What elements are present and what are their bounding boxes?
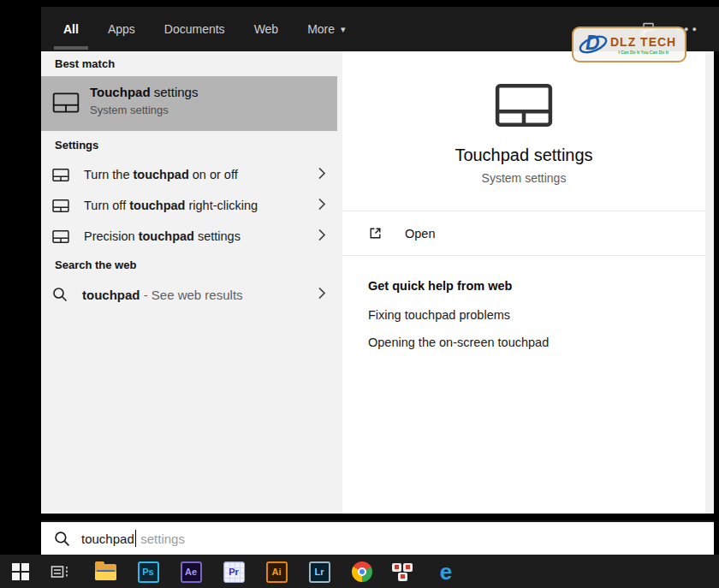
label-match: touchpad: [139, 229, 194, 243]
task-view-button[interactable]: [49, 561, 71, 583]
result-text-block: Touchpad settings System settings: [90, 85, 198, 116]
photoshop-button[interactable]: Ps: [137, 561, 159, 583]
tab-label: All: [63, 22, 79, 36]
lightroom-button[interactable]: Lr: [308, 561, 330, 583]
brand-tagline: I Can Do It You Can Do It: [618, 50, 668, 55]
illustrator-button[interactable]: Ai: [265, 561, 288, 583]
file-explorer-icon: [95, 564, 116, 580]
open-external-icon: [368, 226, 383, 241]
label-pre: Precision: [84, 229, 139, 243]
preview-panel: Touchpad settings System settings Open G…: [342, 51, 705, 514]
photoshop-icon: Ps: [138, 561, 159, 583]
label-post: on or off: [189, 168, 238, 181]
task-view-icon: [51, 564, 69, 579]
start-button[interactable]: [9, 561, 32, 583]
tab-label: More: [307, 22, 335, 36]
lightroom-icon: Lr: [309, 561, 330, 583]
open-action[interactable]: Open: [342, 211, 705, 255]
keyboard-app-button[interactable]: [392, 561, 414, 583]
taskbar: Ps Ae Pr Ai Lr e: [0, 555, 719, 588]
chevron-right-icon: [318, 287, 326, 303]
result-precision-touchpad-settings[interactable]: Precision touchpad settings: [41, 221, 337, 252]
tab-more[interactable]: More ▾: [307, 22, 345, 36]
result-title-match: Touchpad: [90, 85, 151, 99]
label-post: settings: [194, 229, 241, 243]
section-header-settings: Settings: [55, 139, 98, 151]
dlz-tech-watermark: D DLZ TECH I Can Do It You Can Do It: [572, 27, 686, 62]
chevron-down-icon: ▾: [341, 24, 346, 35]
search-suggestion: settings: [140, 532, 185, 546]
section-header-search-the-web: Search the web: [55, 258, 136, 271]
chevron-right-icon: [318, 167, 326, 183]
preview-title: Touchpad settings: [342, 146, 705, 165]
label-post: - See web results: [140, 288, 243, 302]
touchpad-icon: [52, 230, 69, 243]
premiere-button[interactable]: Pr: [223, 561, 245, 583]
tab-all[interactable]: All: [63, 22, 79, 36]
windows-search-flyout: All Apps Documents Web More ▾: [0, 0, 719, 588]
search-value: touchpad: [81, 532, 134, 546]
search-filter-tabs: All Apps Documents Web More ▾: [63, 7, 346, 51]
tab-apps[interactable]: Apps: [108, 22, 135, 36]
dlz-logo-icon: D: [578, 30, 609, 59]
chrome-button[interactable]: [351, 561, 373, 583]
result-turn-off-right-clicking[interactable]: Turn off touchpad right-clicking: [41, 190, 337, 221]
touchpad-icon-large: [494, 82, 554, 132]
label-pre: Turn off: [84, 199, 129, 212]
open-label: Open: [405, 227, 435, 241]
after-effects-button[interactable]: Ae: [180, 561, 202, 583]
tab-web[interactable]: Web: [254, 22, 279, 36]
tab-label: Web: [254, 22, 279, 36]
preview-subtitle: System settings: [342, 171, 705, 185]
search-icon: [52, 287, 68, 302]
windows-logo-icon: [12, 563, 29, 580]
result-turn-touchpad-on-off[interactable]: Turn the touchpad on or off: [41, 159, 337, 190]
result-title-rest: settings: [151, 85, 199, 99]
keyboard-keys-icon: [392, 562, 414, 582]
label-pre: Turn the: [84, 168, 134, 181]
touchpad-icon: [52, 169, 69, 181]
search-results-panel: Best match Touchpad settings System sett…: [41, 51, 342, 514]
text-cursor: [135, 530, 137, 547]
brand-name: DLZ TECH: [610, 35, 676, 49]
chrome-icon: [352, 561, 372, 582]
quick-help-link-fixing-problems[interactable]: Fixing touchpad problems: [368, 308, 510, 322]
search-text: touchpadsettings: [81, 530, 185, 547]
result-label: Turn the touchpad on or off: [84, 168, 238, 181]
tab-label: Apps: [108, 22, 135, 36]
premiere-icon: Pr: [223, 561, 245, 583]
result-label: touchpad - See web results: [82, 288, 243, 302]
result-title: Touchpad settings: [90, 85, 198, 99]
result-touchpad-settings[interactable]: Touchpad settings System settings: [41, 76, 337, 131]
file-explorer-button[interactable]: [94, 561, 116, 583]
chevron-right-icon: [318, 198, 326, 214]
illustrator-icon: Ai: [266, 561, 288, 583]
label-match: touchpad: [134, 168, 189, 181]
tab-documents[interactable]: Documents: [164, 22, 225, 36]
after-effects-icon: Ae: [181, 561, 202, 583]
label-match: touchpad: [129, 199, 185, 212]
tab-label: Documents: [164, 22, 225, 36]
divider: [342, 255, 705, 256]
scrollbar[interactable]: [705, 51, 714, 514]
touchpad-icon: [52, 199, 69, 212]
label-post: right-clicking: [185, 199, 258, 212]
dlz-text-block: DLZ TECH I Can Do It You Can Do It: [610, 35, 676, 55]
label-match: touchpad: [82, 288, 140, 302]
search-input[interactable]: touchpadsettings: [41, 520, 714, 555]
result-subtitle: System settings: [90, 104, 198, 116]
search-icon: [54, 531, 70, 547]
edge-icon: e: [440, 561, 452, 583]
edge-button[interactable]: e: [435, 561, 457, 583]
result-label: Turn off touchpad right-clicking: [84, 199, 258, 212]
section-header-best-match: Best match: [55, 57, 115, 70]
result-label: Precision touchpad settings: [84, 229, 241, 243]
quick-help-header: Get quick help from web: [368, 279, 512, 293]
result-web-search[interactable]: touchpad - See web results: [41, 279, 337, 310]
quick-help-link-onscreen-touchpad[interactable]: Opening the on-screen touchpad: [368, 336, 549, 349]
chevron-right-icon: [318, 229, 326, 245]
touchpad-icon: [52, 92, 80, 116]
